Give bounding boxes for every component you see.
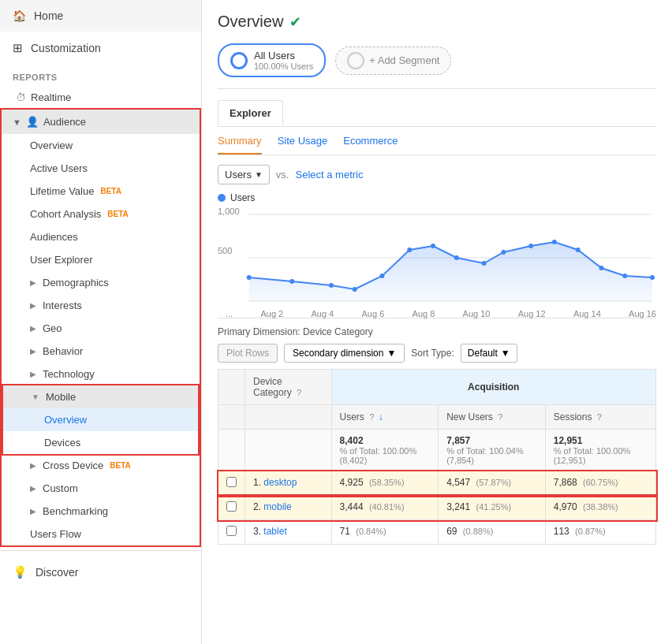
- sidebar-item-discover[interactable]: 💡 Discover: [0, 556, 201, 589]
- explorer-section: Explorer Summary Site Usage Ecommerce: [218, 100, 656, 155]
- audience-icon: 👤: [26, 116, 39, 128]
- row2-device-link[interactable]: mobile: [263, 501, 291, 512]
- row2-users: 3,444 (40.81%): [331, 496, 439, 520]
- tab-ecommerce[interactable]: Ecommerce: [343, 135, 398, 154]
- custom-chevron: ▶: [30, 484, 36, 493]
- sidebar-subitem-lifetime-value[interactable]: Lifetime Value BETA: [2, 180, 200, 203]
- users-sort-arrow[interactable]: ↓: [379, 411, 383, 423]
- sidebar-subitem-demographics[interactable]: ▶ Demographics: [2, 271, 200, 294]
- primary-dimension-label: Primary Dimension: Device Category: [218, 326, 656, 337]
- metric1-label: Users: [225, 169, 252, 181]
- totals-row: 8,402 % of Total: 100.00% (8,402) 7,857 …: [218, 430, 656, 471]
- verified-icon: ✔: [289, 13, 301, 31]
- total-users: 8,402 % of Total: 100.00% (8,402): [331, 430, 439, 471]
- th-acquisition: Acquisition: [331, 370, 655, 405]
- table-row: 1. desktop 4,925 (58.35%) 4,547 (57.87%)…: [218, 471, 656, 496]
- vs-label: vs.: [276, 169, 289, 181]
- select-metric-link[interactable]: Select a metric: [295, 169, 363, 181]
- svg-point-10: [454, 255, 459, 260]
- customization-label: Customization: [31, 42, 101, 54]
- row3-device-link[interactable]: tablet: [263, 526, 286, 537]
- row2-checkbox[interactable]: [218, 496, 245, 520]
- row3-checkbox-input[interactable]: [226, 526, 237, 536]
- table-row: 2. mobile 3,444 (40.81%) 3,241 (41.25%) …: [218, 496, 656, 520]
- sec-dim-arrow: ▼: [386, 348, 396, 359]
- row2-new-users: 3,241 (41.25%): [439, 496, 546, 520]
- data-table: Device Category ? Acquisition Users ? ↓ …: [218, 369, 656, 545]
- sidebar-subitem-mobile[interactable]: ▼ Mobile: [3, 385, 198, 408]
- expand-arrow-audience: ▼: [13, 117, 21, 127]
- sidebar-subitem-interests[interactable]: ▶ Interests: [2, 294, 200, 317]
- users-help[interactable]: ?: [369, 412, 374, 422]
- svg-point-17: [622, 274, 627, 278]
- explorer-tab[interactable]: Explorer: [218, 100, 283, 126]
- realtime-icon: ⏱: [16, 91, 26, 103]
- device-category-help[interactable]: ?: [297, 388, 301, 397]
- sidebar-subitem-cohort-analysis[interactable]: Cohort Analysis BETA: [2, 203, 200, 225]
- sidebar-subitem-technology[interactable]: ▶ Technology: [2, 363, 200, 385]
- sort-type-dropdown[interactable]: Default ▼: [461, 344, 517, 363]
- svg-point-13: [528, 244, 533, 248]
- segment-info: All Users 100.00% Users: [254, 50, 313, 71]
- sidebar-subitem-users-flow[interactable]: Users Flow: [2, 523, 200, 545]
- sidebar-subitem-user-explorer[interactable]: User Explorer: [2, 248, 200, 271]
- row2-checkbox-input[interactable]: [226, 501, 237, 512]
- secondary-dimension-button[interactable]: Secondary dimension ▼: [284, 344, 405, 363]
- sidebar-subitem-custom[interactable]: ▶ Custom: [2, 477, 200, 500]
- sidebar-item-home[interactable]: 🏠 Home: [0, 0, 201, 32]
- metric1-dropdown[interactable]: Users ▼: [218, 165, 270, 184]
- row1-device: 1. desktop: [245, 471, 332, 496]
- row3-device: 3. tablet: [245, 520, 332, 545]
- sidebar-subsubitem-mobile-devices[interactable]: Devices: [3, 431, 198, 454]
- primary-dimension-value: Device Category: [303, 326, 373, 337]
- row1-checkbox[interactable]: [218, 471, 245, 496]
- x-axis-labels: ... Aug 2 Aug 4 Aug 6 Aug 8 Aug 10 Aug 1…: [218, 309, 656, 318]
- chart-legend: Users: [218, 192, 656, 203]
- sidebar-subitem-audiences[interactable]: Audiences: [2, 225, 200, 248]
- segment-name: All Users: [254, 50, 313, 61]
- discover-icon: 💡: [13, 565, 28, 579]
- sidebar-subitem-cross-device[interactable]: ▶ Cross Device BETA: [2, 454, 200, 477]
- sidebar-subitem-geo[interactable]: ▶ Geo: [2, 317, 200, 340]
- cross-device-beta: BETA: [110, 461, 130, 470]
- sidebar-subitem-behavior[interactable]: ▶ Behavior: [2, 340, 200, 363]
- svg-point-18: [650, 275, 655, 280]
- sidebar-item-realtime[interactable]: ⏱ Realtime: [0, 85, 201, 110]
- sidebar-subitem-active-users[interactable]: Active Users: [2, 157, 200, 180]
- row1-checkbox-input[interactable]: [226, 477, 237, 487]
- chart-svg: [218, 207, 656, 309]
- row3-checkbox[interactable]: [218, 520, 245, 545]
- add-segment-button[interactable]: + Add Segment: [335, 47, 451, 75]
- sidebar-subitem-overview[interactable]: Overview: [2, 134, 200, 157]
- row3-sessions: 113 (0.87%): [545, 520, 655, 545]
- plot-rows-button: Plot Rows: [218, 344, 278, 363]
- svg-point-4: [289, 279, 294, 284]
- row2-device: 2. mobile: [245, 496, 332, 520]
- sidebar-subitem-benchmarking[interactable]: ▶ Benchmarking: [2, 500, 200, 523]
- row2-sessions: 4,970 (38.38%): [545, 496, 655, 520]
- tab-summary[interactable]: Summary: [218, 135, 262, 154]
- new-users-help[interactable]: ?: [498, 412, 502, 422]
- chart-container: Users 1,000 500: [218, 192, 656, 318]
- tab-site-usage[interactable]: Site Usage: [278, 135, 328, 154]
- total-label: [245, 430, 332, 471]
- svg-point-3: [247, 275, 252, 280]
- row1-sessions: 7,868 (60.75%): [545, 471, 655, 496]
- add-segment-label: + Add Segment: [369, 54, 439, 66]
- all-users-segment[interactable]: All Users 100.00% Users: [218, 43, 326, 77]
- page-title-row: Overview ✔: [218, 13, 656, 31]
- sort-type-label: Sort Type:: [411, 348, 454, 359]
- sidebar-item-audience[interactable]: ▼ 👤 Audience: [2, 110, 200, 134]
- legend-dot: [218, 194, 226, 202]
- row1-device-link[interactable]: desktop: [263, 477, 297, 488]
- row1-new-users: 4,547 (57.87%): [439, 471, 546, 496]
- cohort-beta: BETA: [107, 210, 128, 218]
- sessions-help[interactable]: ?: [597, 412, 602, 422]
- sidebar-item-customization[interactable]: ⊞ Customization: [0, 32, 201, 65]
- row3-new-users: 69 (0.88%): [439, 520, 546, 545]
- row3-users: 71 (0.84%): [331, 520, 439, 545]
- th-sessions: Sessions ?: [545, 405, 655, 430]
- svg-point-7: [380, 274, 385, 278]
- home-label: Home: [34, 9, 63, 22]
- sidebar-subsubitem-mobile-overview[interactable]: Overview: [3, 408, 198, 431]
